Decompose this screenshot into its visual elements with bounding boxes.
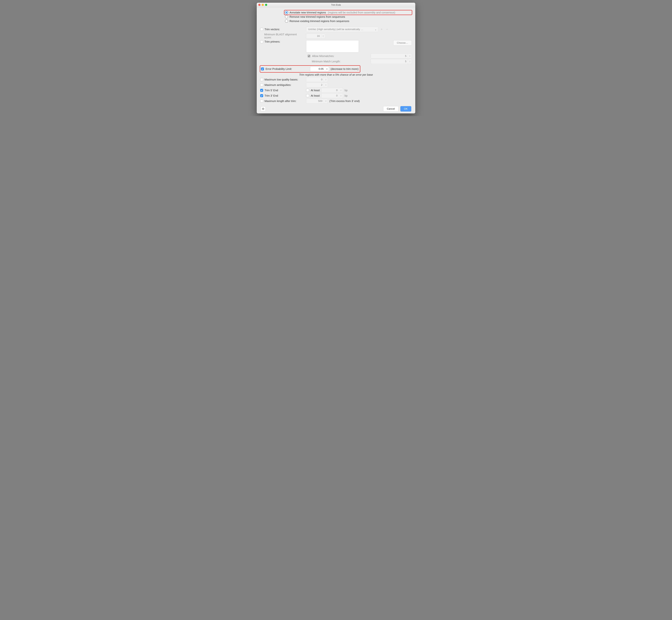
add-db-button[interactable]: + [380,28,383,31]
allow-mismatches-stepper[interactable]: 5 ▴▾ [371,54,412,58]
stepper-arrows-icon: ▴▾ [321,34,325,38]
trim-3-atleast-checkbox[interactable] [306,94,309,97]
radio-icon [285,15,288,18]
error-probability-checkbox[interactable] [261,67,264,70]
trim-3-atleast-stepper[interactable]: 0 ▴▾ [321,93,343,98]
error-probability-hint: (decrease to trim more) [330,67,359,70]
stepper-arrows-icon: ▴▾ [324,99,328,103]
radio-annotate-new[interactable]: Annotate new trimmed regions (regions wi… [285,10,412,15]
close-window-button[interactable] [258,4,260,6]
max-length-stepper[interactable]: 500 ▴▾ [306,99,328,103]
dialog-window: Trim Ends Annotate new trimmed regions (… [257,3,415,113]
trim-action-radio-group: Annotate new trimmed regions (regions wi… [285,10,412,23]
settings-gear-button[interactable]: ⚙ [261,106,266,111]
min-match-length-stepper[interactable]: 5 ▴▾ [371,59,412,64]
trim-5-atleast-checkbox[interactable] [306,89,309,92]
trim-5-checkbox[interactable] [260,89,263,92]
stepper-arrows-icon: ▴▾ [324,83,328,87]
max-length-hint: (Trim excess from 3' end) [329,100,360,103]
select-value: UniVec (High sensitivity) (will be autom… [308,28,363,31]
radio-hint: (regions will be excluded from assembly … [328,11,395,14]
max-ambig-checkbox[interactable] [260,84,263,87]
radio-remove-existing[interactable]: Remove existing trimmed regions from seq… [285,19,412,23]
max-lowq-label: Maximum low quality bases: [264,78,298,81]
radio-icon [285,19,288,23]
blast-score-stepper[interactable]: 16 ▴▾ [306,34,325,39]
allow-mismatches-checkbox[interactable] [308,55,310,57]
stepper-arrows-icon: ▴▾ [408,54,412,58]
stepper-arrows-icon: ▴▾ [324,77,328,82]
trim-vectors-label: Trim vectors: [264,28,280,31]
window-title: Trim Ends [331,4,341,6]
radio-label: Remove new trimmed regions from sequence… [290,15,345,18]
max-ambig-stepper[interactable]: 2 ▴▾ [306,83,328,87]
dialog-button-bar: ⚙ Cancel OK [260,106,412,111]
error-probability-label: Error Probability Limit: [266,67,292,70]
error-probability-description: Trim regions with more than a 5% chance … [260,73,412,76]
max-ambig-label: Maximum ambiguities: [264,84,291,87]
stepper-arrows-icon: ▴▾ [408,59,412,64]
zoom-window-button[interactable] [265,4,267,6]
trim-primers-textbox[interactable] [306,40,359,53]
trim-3-label: Trim 3' End [264,94,278,97]
max-length-checkbox[interactable] [260,100,263,103]
radio-label: Remove existing trimmed regions from seq… [290,19,349,23]
min-match-length-label: Minimum Match Length: [312,60,341,63]
radio-label: Annotate new trimmed regions [290,11,326,14]
chevron-down-icon: ⌄ [374,28,377,31]
cancel-button[interactable]: Cancel [383,106,398,111]
stepper-value: 16 [306,34,321,38]
stepper-value: 5 [371,54,408,58]
stepper-value: 0 [321,93,339,98]
blast-score-label: Minimum BLAST alignment score: [264,33,305,39]
stepper-value: 0 [306,77,324,82]
minimize-window-button[interactable] [262,4,264,6]
trim-primers-checkbox[interactable] [260,40,263,43]
stepper-value: 2 [306,83,324,87]
stepper-value: 0.05 [310,67,325,71]
dialog-content: Annotate new trimmed regions (regions wi… [257,7,415,113]
trim-3-unit: bp [345,94,348,97]
stepper-value: 500 [306,99,324,103]
radio-remove-new[interactable]: Remove new trimmed regions from sequence… [285,15,412,19]
max-lowq-stepper[interactable]: 0 ▴▾ [306,77,328,82]
ok-button[interactable]: OK [400,106,411,111]
max-lowq-checkbox[interactable] [260,78,263,81]
trim-primers-label: Trim primers: [264,40,280,43]
trim-5-atleast-stepper[interactable]: 0 ▴▾ [321,88,343,93]
max-length-label: Maximum length after trim: [264,100,296,103]
stepper-value: 0 [321,88,339,93]
trim-vectors-db-select[interactable]: UniVec (High sensitivity) (will be autom… [306,27,378,32]
gear-icon: ⚙ [262,107,264,110]
error-probability-highlight: Error Probability Limit: 0.05 ▴▾ (decrea… [260,66,360,72]
remove-db-button[interactable]: − [385,28,389,31]
trim-5-label: Trim 5' End [264,89,278,92]
trim-5-unit: bp [345,89,348,92]
stepper-arrows-icon: ▴▾ [339,88,343,93]
stepper-value: 5 [371,59,408,64]
allow-mismatches-label: Allow Mismatches: [312,55,334,58]
error-probability-stepper[interactable]: 0.05 ▴▾ [310,66,329,71]
trim-5-atleast-label: At least [311,89,320,92]
stepper-arrows-icon: ▴▾ [339,93,343,98]
trim-3-checkbox[interactable] [260,94,263,97]
trim-vectors-checkbox[interactable] [260,28,263,31]
window-controls [258,4,267,6]
titlebar: Trim Ends [257,3,415,7]
stepper-arrows-icon: ▴▾ [325,67,329,71]
radio-icon [285,11,288,14]
trim-3-atleast-label: At least [311,94,320,97]
choose-primers-button[interactable]: Choose… [393,40,412,46]
